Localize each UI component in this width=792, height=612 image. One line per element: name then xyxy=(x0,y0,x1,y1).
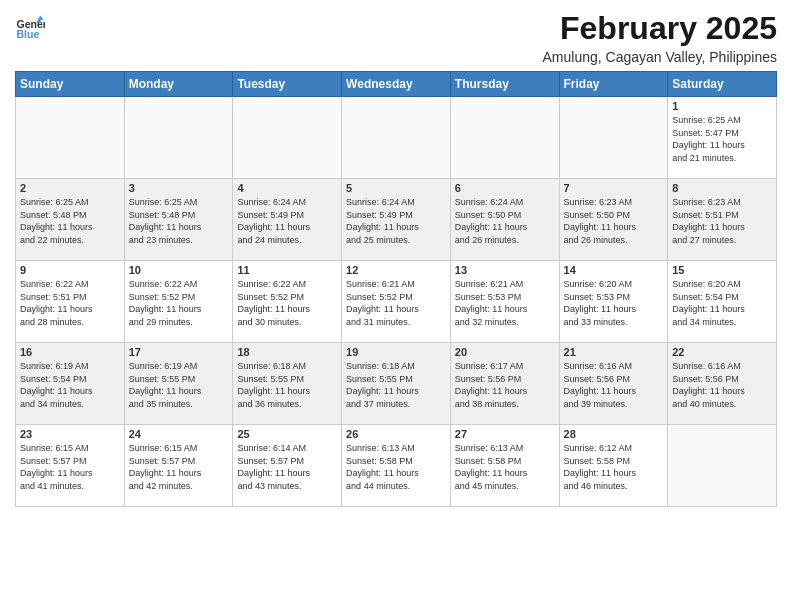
day-number: 14 xyxy=(564,264,664,276)
day-info: Sunrise: 6:15 AM Sunset: 5:57 PM Dayligh… xyxy=(20,442,120,492)
header-wednesday: Wednesday xyxy=(342,72,451,97)
table-row: 3Sunrise: 6:25 AM Sunset: 5:48 PM Daylig… xyxy=(124,179,233,261)
day-info: Sunrise: 6:20 AM Sunset: 5:53 PM Dayligh… xyxy=(564,278,664,328)
calendar-week-row: 1Sunrise: 6:25 AM Sunset: 5:47 PM Daylig… xyxy=(16,97,777,179)
table-row xyxy=(233,97,342,179)
day-number: 23 xyxy=(20,428,120,440)
day-number: 13 xyxy=(455,264,555,276)
day-number: 18 xyxy=(237,346,337,358)
day-number: 26 xyxy=(346,428,446,440)
table-row xyxy=(450,97,559,179)
calendar-week-row: 9Sunrise: 6:22 AM Sunset: 5:51 PM Daylig… xyxy=(16,261,777,343)
day-info: Sunrise: 6:12 AM Sunset: 5:58 PM Dayligh… xyxy=(564,442,664,492)
logo-icon: General Blue xyxy=(15,14,45,44)
day-info: Sunrise: 6:17 AM Sunset: 5:56 PM Dayligh… xyxy=(455,360,555,410)
day-info: Sunrise: 6:16 AM Sunset: 5:56 PM Dayligh… xyxy=(672,360,772,410)
table-row: 5Sunrise: 6:24 AM Sunset: 5:49 PM Daylig… xyxy=(342,179,451,261)
table-row: 18Sunrise: 6:18 AM Sunset: 5:55 PM Dayli… xyxy=(233,343,342,425)
table-row: 19Sunrise: 6:18 AM Sunset: 5:55 PM Dayli… xyxy=(342,343,451,425)
table-row: 4Sunrise: 6:24 AM Sunset: 5:49 PM Daylig… xyxy=(233,179,342,261)
table-row: 8Sunrise: 6:23 AM Sunset: 5:51 PM Daylig… xyxy=(668,179,777,261)
day-number: 21 xyxy=(564,346,664,358)
table-row xyxy=(16,97,125,179)
table-row: 25Sunrise: 6:14 AM Sunset: 5:57 PM Dayli… xyxy=(233,425,342,507)
table-row: 15Sunrise: 6:20 AM Sunset: 5:54 PM Dayli… xyxy=(668,261,777,343)
day-number: 12 xyxy=(346,264,446,276)
table-row: 1Sunrise: 6:25 AM Sunset: 5:47 PM Daylig… xyxy=(668,97,777,179)
day-number: 2 xyxy=(20,182,120,194)
header-saturday: Saturday xyxy=(668,72,777,97)
table-row: 21Sunrise: 6:16 AM Sunset: 5:56 PM Dayli… xyxy=(559,343,668,425)
table-row: 27Sunrise: 6:13 AM Sunset: 5:58 PM Dayli… xyxy=(450,425,559,507)
header-thursday: Thursday xyxy=(450,72,559,97)
day-info: Sunrise: 6:16 AM Sunset: 5:56 PM Dayligh… xyxy=(564,360,664,410)
day-number: 16 xyxy=(20,346,120,358)
day-number: 3 xyxy=(129,182,229,194)
day-info: Sunrise: 6:20 AM Sunset: 5:54 PM Dayligh… xyxy=(672,278,772,328)
header-tuesday: Tuesday xyxy=(233,72,342,97)
day-info: Sunrise: 6:14 AM Sunset: 5:57 PM Dayligh… xyxy=(237,442,337,492)
svg-text:Blue: Blue xyxy=(17,28,40,40)
table-row: 12Sunrise: 6:21 AM Sunset: 5:52 PM Dayli… xyxy=(342,261,451,343)
table-row: 7Sunrise: 6:23 AM Sunset: 5:50 PM Daylig… xyxy=(559,179,668,261)
day-info: Sunrise: 6:22 AM Sunset: 5:51 PM Dayligh… xyxy=(20,278,120,328)
day-info: Sunrise: 6:23 AM Sunset: 5:50 PM Dayligh… xyxy=(564,196,664,246)
table-row xyxy=(124,97,233,179)
day-info: Sunrise: 6:24 AM Sunset: 5:49 PM Dayligh… xyxy=(346,196,446,246)
day-number: 1 xyxy=(672,100,772,112)
table-row: 14Sunrise: 6:20 AM Sunset: 5:53 PM Dayli… xyxy=(559,261,668,343)
table-row: 20Sunrise: 6:17 AM Sunset: 5:56 PM Dayli… xyxy=(450,343,559,425)
calendar-table: Sunday Monday Tuesday Wednesday Thursday… xyxy=(15,71,777,507)
day-info: Sunrise: 6:18 AM Sunset: 5:55 PM Dayligh… xyxy=(237,360,337,410)
table-row: 9Sunrise: 6:22 AM Sunset: 5:51 PM Daylig… xyxy=(16,261,125,343)
day-number: 6 xyxy=(455,182,555,194)
header-monday: Monday xyxy=(124,72,233,97)
header-friday: Friday xyxy=(559,72,668,97)
calendar-week-row: 2Sunrise: 6:25 AM Sunset: 5:48 PM Daylig… xyxy=(16,179,777,261)
table-row: 11Sunrise: 6:22 AM Sunset: 5:52 PM Dayli… xyxy=(233,261,342,343)
table-row xyxy=(342,97,451,179)
day-number: 17 xyxy=(129,346,229,358)
day-info: Sunrise: 6:25 AM Sunset: 5:47 PM Dayligh… xyxy=(672,114,772,164)
table-row: 10Sunrise: 6:22 AM Sunset: 5:52 PM Dayli… xyxy=(124,261,233,343)
table-row: 2Sunrise: 6:25 AM Sunset: 5:48 PM Daylig… xyxy=(16,179,125,261)
day-number: 4 xyxy=(237,182,337,194)
day-number: 8 xyxy=(672,182,772,194)
day-info: Sunrise: 6:22 AM Sunset: 5:52 PM Dayligh… xyxy=(237,278,337,328)
day-info: Sunrise: 6:18 AM Sunset: 5:55 PM Dayligh… xyxy=(346,360,446,410)
day-info: Sunrise: 6:19 AM Sunset: 5:55 PM Dayligh… xyxy=(129,360,229,410)
day-number: 19 xyxy=(346,346,446,358)
header-sunday: Sunday xyxy=(16,72,125,97)
day-number: 20 xyxy=(455,346,555,358)
page-title: February 2025 xyxy=(542,10,777,47)
table-row: 23Sunrise: 6:15 AM Sunset: 5:57 PM Dayli… xyxy=(16,425,125,507)
day-number: 10 xyxy=(129,264,229,276)
day-info: Sunrise: 6:24 AM Sunset: 5:50 PM Dayligh… xyxy=(455,196,555,246)
day-info: Sunrise: 6:13 AM Sunset: 5:58 PM Dayligh… xyxy=(346,442,446,492)
table-row: 16Sunrise: 6:19 AM Sunset: 5:54 PM Dayli… xyxy=(16,343,125,425)
day-number: 24 xyxy=(129,428,229,440)
table-row: 6Sunrise: 6:24 AM Sunset: 5:50 PM Daylig… xyxy=(450,179,559,261)
day-info: Sunrise: 6:25 AM Sunset: 5:48 PM Dayligh… xyxy=(129,196,229,246)
table-row: 22Sunrise: 6:16 AM Sunset: 5:56 PM Dayli… xyxy=(668,343,777,425)
header: General Blue February 2025 Amulung, Caga… xyxy=(15,10,777,65)
title-block: February 2025 Amulung, Cagayan Valley, P… xyxy=(542,10,777,65)
calendar-week-row: 23Sunrise: 6:15 AM Sunset: 5:57 PM Dayli… xyxy=(16,425,777,507)
logo: General Blue xyxy=(15,14,47,44)
day-info: Sunrise: 6:24 AM Sunset: 5:49 PM Dayligh… xyxy=(237,196,337,246)
table-row: 28Sunrise: 6:12 AM Sunset: 5:58 PM Dayli… xyxy=(559,425,668,507)
table-row: 24Sunrise: 6:15 AM Sunset: 5:57 PM Dayli… xyxy=(124,425,233,507)
day-number: 28 xyxy=(564,428,664,440)
day-info: Sunrise: 6:19 AM Sunset: 5:54 PM Dayligh… xyxy=(20,360,120,410)
day-number: 22 xyxy=(672,346,772,358)
day-number: 7 xyxy=(564,182,664,194)
day-number: 27 xyxy=(455,428,555,440)
day-info: Sunrise: 6:21 AM Sunset: 5:52 PM Dayligh… xyxy=(346,278,446,328)
calendar-week-row: 16Sunrise: 6:19 AM Sunset: 5:54 PM Dayli… xyxy=(16,343,777,425)
day-info: Sunrise: 6:15 AM Sunset: 5:57 PM Dayligh… xyxy=(129,442,229,492)
day-number: 5 xyxy=(346,182,446,194)
day-number: 11 xyxy=(237,264,337,276)
page-subtitle: Amulung, Cagayan Valley, Philippines xyxy=(542,49,777,65)
table-row xyxy=(559,97,668,179)
day-info: Sunrise: 6:23 AM Sunset: 5:51 PM Dayligh… xyxy=(672,196,772,246)
